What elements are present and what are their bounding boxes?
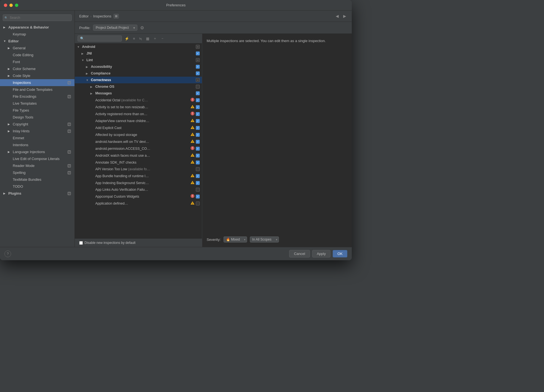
tree-item-app-indexing-bg[interactable]: App Indexing Background Servic…! xyxy=(75,179,202,186)
tree-item-compliance[interactable]: ▶Compliance xyxy=(75,70,202,77)
sidebar-item-intentions[interactable]: Intentions xyxy=(0,141,75,148)
disable-new-inspections-checkbox[interactable] xyxy=(79,241,83,245)
tree-item-chrome-os[interactable]: ▶Chrome OS xyxy=(75,83,202,90)
sidebar-item-live-templates[interactable]: Live Templates xyxy=(0,100,75,107)
sidebar-item-file-types[interactable]: File Types xyxy=(0,107,75,114)
tree-item-lint[interactable]: ▼Lint xyxy=(75,57,202,63)
checkbox-androidx-watch-faces[interactable] xyxy=(196,154,200,158)
group-button[interactable]: ▦ xyxy=(145,36,150,41)
sidebar-item-textmate-bundles[interactable]: TextMate Bundles xyxy=(0,176,75,183)
tree-item-application-defined[interactable]: Application defined…! xyxy=(75,200,202,207)
checkbox-android[interactable] xyxy=(196,45,200,49)
sidebar-item-reader-mode[interactable]: Reader Mode xyxy=(0,162,75,169)
checkbox-activity-registered[interactable] xyxy=(196,112,200,116)
tree-item-add-explicit-cast[interactable]: Add Explicit Cast! xyxy=(75,124,202,131)
sidebar-item-language-injections[interactable]: ▶Language Injections xyxy=(0,148,75,155)
sidebar-item-code-style[interactable]: ▶Code Style xyxy=(0,72,75,79)
checkbox-accidental-octal[interactable] xyxy=(196,98,200,102)
sidebar-item-copyright[interactable]: ▶Copyright xyxy=(0,121,75,128)
checkbox-adapterview-children[interactable] xyxy=(196,119,200,123)
forward-button[interactable]: ▶ xyxy=(342,13,347,19)
tree-item-correctness[interactable]: ▼Correctness xyxy=(75,77,202,83)
window-controls[interactable] xyxy=(4,4,18,7)
checkbox-application-defined[interactable] xyxy=(196,202,200,205)
sidebar-item-font[interactable]: Font xyxy=(0,58,75,65)
sidebar-item-code-editing[interactable]: Code Editing xyxy=(0,51,75,58)
checkbox-appcompat-widgets[interactable] xyxy=(196,195,200,198)
sidebar-item-file-encodings[interactable]: File Encodings xyxy=(0,93,75,100)
checkbox-correctness[interactable] xyxy=(196,78,200,82)
checkbox-app-links-verification[interactable] xyxy=(196,188,200,192)
tree-item-android[interactable]: ▼Android xyxy=(75,43,202,50)
cancel-button[interactable]: Cancel xyxy=(289,250,310,257)
remove-button[interactable]: － xyxy=(160,35,165,42)
sidebar-item-spelling[interactable]: Spelling xyxy=(0,169,75,176)
checkbox-accessibility[interactable] xyxy=(196,65,200,69)
settings-gear-button[interactable]: ⚙ xyxy=(140,25,144,30)
sidebar-item-plugins[interactable]: ▶Plugins xyxy=(0,190,75,197)
profile-select[interactable]: Project Default Project Default xyxy=(93,25,137,31)
sidebar-item-live-edit-compose[interactable]: Live Edit of Compose Literals xyxy=(0,155,75,162)
sidebar-arrow-language-injections: ▶ xyxy=(8,150,11,153)
minimize-button[interactable] xyxy=(9,4,13,7)
sidebar-item-editor[interactable]: ▼Editor xyxy=(0,38,75,45)
list-search-input[interactable] xyxy=(78,35,122,42)
checkbox-app-indexing-bg[interactable] xyxy=(196,181,200,185)
checkbox-lint[interactable] xyxy=(196,58,200,62)
checkbox-api-version-too-low[interactable] xyxy=(196,167,200,171)
checkbox-chrome-os[interactable] xyxy=(196,85,200,89)
checkbox-annotate-sdk-int[interactable] xyxy=(196,161,200,164)
apply-button[interactable]: Apply xyxy=(312,250,331,257)
tree-item-activity-registered[interactable]: Activity registered more than on…! xyxy=(75,110,202,117)
sidebar-item-keymap[interactable]: Keymap xyxy=(0,31,75,38)
filter-button[interactable]: ⚡ xyxy=(124,36,130,41)
add-button[interactable]: ＋ xyxy=(152,35,158,42)
sidebar-item-inspections[interactable]: Inspections xyxy=(0,79,75,86)
checkbox-jni[interactable] xyxy=(196,51,200,55)
checkbox-app-bundle-runtime[interactable] xyxy=(196,174,200,178)
tree-item-app-links-verification[interactable]: App Links Auto Verification Failu… xyxy=(75,186,202,193)
checkbox-activity-non-resizable[interactable] xyxy=(196,105,200,109)
sidebar-item-appearance[interactable]: ▶Appearance & Behavior xyxy=(0,24,75,31)
help-button[interactable]: ? xyxy=(4,251,11,257)
checkbox-add-explicit-cast[interactable] xyxy=(196,126,200,130)
sidebar-badge-inlay-hints xyxy=(67,129,71,133)
sidebar-item-general[interactable]: ▶General xyxy=(0,45,75,51)
maximize-button[interactable] xyxy=(15,4,18,7)
sidebar-item-inlay-hints[interactable]: ▶Inlay Hints xyxy=(0,128,75,135)
tree-item-android-hardware-wifi[interactable]: android.hardware.wifi on TV devi…! xyxy=(75,138,202,145)
sidebar-item-color-scheme[interactable]: ▶Color Scheme xyxy=(0,65,75,72)
tree-item-api-version-too-low[interactable]: API Version Too Low (available fo… xyxy=(75,166,202,172)
tree-item-accessibility[interactable]: ▶Accessibility xyxy=(75,63,202,70)
sidebar-search-input[interactable] xyxy=(3,14,72,21)
tree-item-messages[interactable]: ▶Messages xyxy=(75,90,202,97)
tree-item-android-permission[interactable]: android.permission.ACCESS_CO…! xyxy=(75,145,202,152)
tree-item-activity-non-resizable[interactable]: Activity is set to be non resizeab…! xyxy=(75,104,202,110)
tree-item-adapterview-children[interactable]: AdapterView cannot have childre…! xyxy=(75,117,202,124)
close-button[interactable] xyxy=(4,4,7,7)
tree-item-appcompat-widgets[interactable]: Appcompat Custom Widgets! xyxy=(75,193,202,200)
back-button[interactable]: ◀ xyxy=(335,13,340,19)
checkbox-messages[interactable] xyxy=(196,91,200,95)
checkbox-android-hardware-wifi[interactable] xyxy=(196,140,200,144)
sidebar-item-todo[interactable]: TODO xyxy=(0,183,75,190)
tree-item-app-bundle-runtime[interactable]: App Bundle handling of runtime l…! xyxy=(75,172,202,179)
tree-item-androidx-watch-faces[interactable]: AndroidX watch faces must use a…! xyxy=(75,152,202,159)
tree-item-scoped-storage[interactable]: Affected by scoped storage! xyxy=(75,131,202,138)
sidebar-item-design-tools[interactable]: Design Tools xyxy=(0,114,75,121)
checkbox-compliance[interactable] xyxy=(196,71,200,75)
checkbox-scoped-storage[interactable] xyxy=(196,133,200,137)
tree-item-annotate-sdk-int[interactable]: Annotate SDK_INT checks! xyxy=(75,159,202,166)
sidebar-item-emmet[interactable]: Emmet xyxy=(0,135,75,141)
collapse-all-button[interactable]: ≒ xyxy=(138,36,143,41)
severity-select[interactable]: 🔥 Mixed Error Warning Info xyxy=(224,236,247,243)
scope-select[interactable]: In All Scopes In Tests xyxy=(250,236,279,243)
tree-item-jni[interactable]: ▶JNI xyxy=(75,50,202,57)
sidebar-item-file-code-templates[interactable]: File and Code Templates xyxy=(0,86,75,93)
pin-button[interactable]: ⊞ xyxy=(114,14,119,19)
inspections-tree[interactable]: ▼Android▶JNI▼Lint▶Accessibility▶Complian… xyxy=(75,43,202,238)
checkbox-android-permission[interactable] xyxy=(196,147,200,151)
ok-button[interactable]: OK xyxy=(333,250,347,257)
expand-all-button[interactable]: ≡ xyxy=(132,36,136,41)
tree-item-accidental-octal[interactable]: Accidental Octal (available for C…! xyxy=(75,97,202,104)
